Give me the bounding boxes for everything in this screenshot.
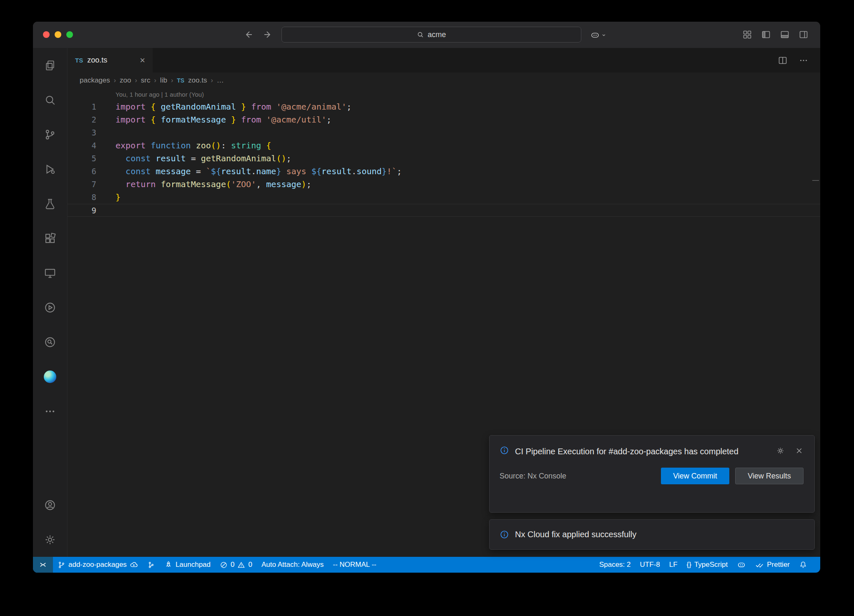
line-number: 1 <box>68 100 105 113</box>
language-mode-status[interactable]: {} TypeScript <box>682 557 733 573</box>
view-results-button[interactable]: View Results <box>735 468 804 484</box>
vim-mode-status[interactable]: -- NORMAL -- <box>328 557 381 573</box>
launchpad-status[interactable]: Launchpad <box>160 557 215 573</box>
eol-status[interactable]: LF <box>665 557 682 573</box>
code-line[interactable]: 9 <box>68 204 820 217</box>
vim-mode-label: -- NORMAL -- <box>333 561 376 569</box>
activity-accounts[interactable] <box>33 488 67 522</box>
activity-inspect[interactable] <box>33 325 67 359</box>
search-icon <box>417 31 424 38</box>
forward-icon[interactable] <box>263 30 273 40</box>
copilot-status[interactable] <box>732 557 751 573</box>
code-line[interactable]: 5 const result = getRandomAnimal(); <box>68 152 820 165</box>
toggle-primary-sidebar-icon[interactable] <box>761 30 771 40</box>
breadcrumb-overflow[interactable]: … <box>217 76 224 85</box>
git-branch-status[interactable]: add-zoo-packages <box>53 557 143 573</box>
gitlens-blame-annotation[interactable]: You, 1 hour ago | 1 author (You) <box>68 88 820 100</box>
activity-settings[interactable] <box>33 522 67 557</box>
status-bar: add-zoo-packages Launchpad <box>33 557 820 573</box>
close-icon[interactable] <box>795 446 804 455</box>
zoom-window-button[interactable] <box>66 31 73 38</box>
git-graph-status[interactable] <box>143 557 160 573</box>
breadcrumb-file[interactable]: zoo.ts <box>188 76 207 85</box>
rocket-icon <box>164 561 173 569</box>
search-circle-icon <box>44 336 56 348</box>
tab-filename: zoo.ts <box>87 56 107 65</box>
toggle-secondary-sidebar-icon[interactable] <box>799 30 809 40</box>
breadcrumb-item[interactable]: zoo <box>120 76 131 85</box>
activity-more[interactable] <box>33 394 67 428</box>
activity-search[interactable] <box>33 83 67 117</box>
layout-controls <box>742 30 809 40</box>
command-center-search[interactable]: acme <box>281 27 581 43</box>
notification-settings-icon[interactable] <box>776 446 785 455</box>
activity-run-circle[interactable] <box>33 290 67 325</box>
activity-testing[interactable] <box>33 186 67 221</box>
toggle-panel-icon[interactable] <box>780 30 790 40</box>
close-tab-icon[interactable]: × <box>140 56 145 65</box>
notification-title: CI Pipeline Execution for #add-zoo-packa… <box>515 446 761 458</box>
auto-attach-status[interactable]: Auto Attach: Always <box>257 557 328 573</box>
line-code: import { getRandomAnimal } from '@acme/a… <box>105 100 352 113</box>
code-line[interactable]: 6 const message = `${result.name} says $… <box>68 165 820 178</box>
cloud-upload-icon <box>130 561 138 569</box>
activity-source-control[interactable] <box>33 117 67 152</box>
line-number: 8 <box>68 191 105 204</box>
code-line[interactable]: 4export function zoo(): string { <box>68 139 820 152</box>
code-line[interactable]: 7 return formatMessage('ZOO', message); <box>68 178 820 191</box>
encoding-status[interactable]: UTF-8 <box>635 557 665 573</box>
tab-zoo-ts[interactable]: TS zoo.ts × <box>68 48 153 73</box>
activity-extensions[interactable] <box>33 221 67 255</box>
code-line[interactable]: 2import { formatMessage } from '@acme/ut… <box>68 113 820 126</box>
branch-name: add-zoo-packages <box>68 561 127 569</box>
problems-status[interactable]: 0 0 <box>215 557 257 573</box>
activity-remote-explorer[interactable] <box>33 255 67 290</box>
breadcrumb-item[interactable]: packages <box>80 76 110 85</box>
close-window-button[interactable] <box>43 31 50 38</box>
chevron-right-icon: › <box>135 77 137 84</box>
line-number: 3 <box>68 126 105 139</box>
typescript-file-icon: TS <box>177 77 184 84</box>
minimize-window-button[interactable] <box>55 31 61 38</box>
traffic-lights <box>43 31 73 38</box>
chevron-right-icon: › <box>211 77 213 84</box>
code-line[interactable]: 8} <box>68 191 820 204</box>
activity-run-debug[interactable] <box>33 152 67 186</box>
prettier-status[interactable]: Prettier <box>751 557 794 573</box>
search-value: acme <box>427 30 446 39</box>
activity-edge-tools[interactable] <box>33 359 67 394</box>
prettier-label: Prettier <box>767 561 790 569</box>
breadcrumb-item[interactable]: src <box>141 76 151 85</box>
line-code: } <box>105 191 121 204</box>
more-actions-icon[interactable] <box>799 55 809 65</box>
breadcrumb-item[interactable]: lib <box>160 76 167 85</box>
line-code: return formatMessage('ZOO', message); <box>105 178 311 191</box>
code-line[interactable]: 3 <box>68 126 820 139</box>
history-nav <box>244 30 273 40</box>
remote-indicator[interactable] <box>33 557 53 573</box>
indentation-status[interactable]: Spaces: 2 <box>595 557 635 573</box>
code-line[interactable]: 1import { getRandomAnimal } from '@acme/… <box>68 100 820 113</box>
chevron-right-icon: › <box>114 77 116 84</box>
back-icon[interactable] <box>244 30 254 40</box>
notification-title: Nx Cloud fix applied successfully <box>515 528 761 541</box>
customize-layout-icon[interactable] <box>742 30 752 40</box>
code-lines: 1import { getRandomAnimal } from '@acme/… <box>68 100 820 217</box>
split-editor-icon[interactable] <box>778 55 788 65</box>
bell-icon <box>799 561 807 569</box>
activity-explorer[interactable] <box>33 48 67 83</box>
warning-count: 0 <box>248 561 252 569</box>
copilot-icon <box>737 560 746 569</box>
edge-tools-icon <box>44 371 56 383</box>
braces-icon: {} <box>687 561 691 569</box>
line-number: 5 <box>68 152 105 165</box>
copilot-menu[interactable] <box>590 30 607 40</box>
view-commit-button[interactable]: View Commit <box>661 468 729 484</box>
extensions-icon <box>44 232 56 245</box>
copilot-icon <box>590 30 600 40</box>
activity-bar <box>33 48 68 557</box>
notification-ci-pipeline: CI Pipeline Execution for #add-zoo-packa… <box>489 435 815 513</box>
spaces-label: Spaces: 2 <box>599 561 631 569</box>
line-number: 6 <box>68 165 105 178</box>
notifications-bell[interactable] <box>794 557 812 573</box>
